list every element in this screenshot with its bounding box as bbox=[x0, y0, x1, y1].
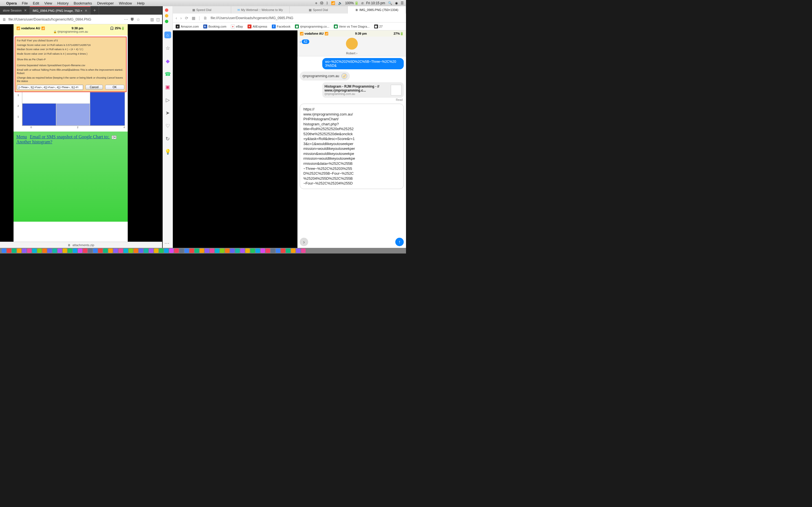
dock-app-icon[interactable] bbox=[230, 248, 235, 253]
dock-app-icon[interactable] bbox=[205, 248, 209, 253]
dock-app-icon[interactable] bbox=[245, 248, 250, 253]
grid-icon[interactable]: ▦ bbox=[192, 16, 195, 20]
volume-icon[interactable]: 🔈 bbox=[338, 1, 342, 5]
reload-button[interactable]: ⟳ bbox=[185, 16, 188, 20]
battery-status[interactable]: 100% 🔋 bbox=[345, 1, 359, 5]
control-icon[interactable]: ⎚ bbox=[361, 1, 363, 5]
close-window-button[interactable] bbox=[165, 8, 168, 12]
dock-app-icon[interactable] bbox=[78, 248, 82, 253]
dock-app-icon[interactable] bbox=[164, 248, 168, 253]
contact-name[interactable]: Robert › bbox=[346, 52, 357, 55]
dock-app-icon[interactable] bbox=[129, 248, 133, 253]
attach-button[interactable]: › bbox=[300, 238, 308, 246]
dock-app-icon[interactable] bbox=[42, 248, 47, 253]
prompt-input[interactable] bbox=[17, 85, 83, 90]
dock-app-icon[interactable] bbox=[98, 248, 103, 253]
bookmark-facebook[interactable]: fFacebook bbox=[272, 24, 290, 29]
messenger-icon[interactable]: ◆ bbox=[166, 58, 170, 64]
dock-app-icon[interactable] bbox=[250, 248, 255, 253]
back-button[interactable]: ‹ bbox=[175, 16, 177, 20]
dock-app-icon[interactable] bbox=[225, 248, 230, 253]
bookmark-ebay[interactable]: eeBay bbox=[231, 24, 243, 29]
star-icon[interactable]: ☆ bbox=[165, 45, 170, 51]
bookmark-amazon[interactable]: aAmazon.com bbox=[175, 24, 199, 29]
dock-app-icon[interactable] bbox=[266, 248, 270, 253]
bookmark-icon[interactable]: ☆ bbox=[137, 17, 140, 22]
siri-icon[interactable]: ◉ bbox=[395, 1, 398, 5]
forward-button[interactable]: › bbox=[181, 16, 182, 20]
dock-app-icon[interactable] bbox=[240, 248, 245, 253]
outgoing-message[interactable]: wo~%2C%202%5D%2C%5B~Three~%2C%203%5D& bbox=[322, 58, 404, 69]
dock-app-icon[interactable] bbox=[281, 248, 285, 253]
dock-app-icon[interactable] bbox=[37, 248, 42, 253]
dock-app-icon[interactable] bbox=[276, 248, 280, 253]
dock-app-icon[interactable] bbox=[2, 248, 6, 253]
cancel-button[interactable]: Cancel bbox=[86, 85, 103, 90]
whatsapp-icon[interactable]: ☎ bbox=[165, 71, 171, 77]
dock-app-icon[interactable] bbox=[47, 248, 52, 253]
menu-window[interactable]: Window bbox=[119, 1, 132, 5]
back-button[interactable]: ‹42 bbox=[300, 40, 309, 44]
tab-webmail[interactable]: ✉My Webmail :: Welcome to My bbox=[231, 6, 290, 13]
dock-app-icon[interactable] bbox=[57, 248, 62, 253]
dock-app-icon[interactable] bbox=[220, 248, 224, 253]
dock-app-icon[interactable] bbox=[260, 248, 265, 253]
dock-app-icon[interactable] bbox=[27, 248, 32, 253]
download-filename[interactable]: attachments.zip bbox=[72, 243, 94, 247]
tab-speed-dial[interactable]: ▦Speed Dial bbox=[173, 6, 231, 13]
dock-app-icon[interactable] bbox=[113, 248, 118, 253]
menu-link[interactable]: Menu bbox=[16, 134, 27, 139]
dock-app-icon[interactable] bbox=[68, 248, 72, 253]
ok-button[interactable]: OK bbox=[105, 85, 124, 90]
bookmark-venn[interactable]: ▦Venn vs Tree Diagra... bbox=[334, 24, 370, 29]
instagram-icon[interactable]: ▣ bbox=[165, 84, 170, 90]
dock-app-icon[interactable] bbox=[255, 248, 260, 253]
dock-app-icon[interactable] bbox=[52, 248, 57, 253]
dock-app-icon[interactable] bbox=[83, 248, 87, 253]
bookmark-more[interactable]: ▦27 bbox=[374, 24, 383, 29]
dock-app-icon[interactable] bbox=[210, 248, 214, 253]
dock-app-icon[interactable] bbox=[73, 248, 77, 253]
bluetooth-icon[interactable]: ᛒ bbox=[326, 1, 328, 5]
snapshot-icon[interactable]: ◫ bbox=[156, 17, 160, 22]
dock-app-icon[interactable] bbox=[88, 248, 93, 253]
bulb-icon[interactable]: 💡 bbox=[165, 149, 171, 155]
dock-app-icon[interactable] bbox=[291, 248, 296, 253]
dock-app-icon[interactable] bbox=[286, 248, 290, 253]
new-tab-button[interactable]: + bbox=[91, 6, 99, 15]
dock-app-icon[interactable] bbox=[301, 248, 306, 253]
dock-app-icon[interactable] bbox=[179, 248, 184, 253]
play-icon[interactable]: ▷ bbox=[166, 97, 170, 103]
avatar[interactable] bbox=[346, 38, 358, 50]
zoom-window-button[interactable] bbox=[165, 20, 168, 23]
email-link[interactable]: Email or SMS snapshot of Google Chart to… bbox=[30, 134, 110, 139]
url-field[interactable]: file:///Users/user/Downloads/hcgeneric/I… bbox=[211, 16, 293, 20]
clock[interactable]: Fri 10:15 pm bbox=[366, 1, 385, 5]
dock-app-icon[interactable] bbox=[17, 248, 21, 253]
home-icon[interactable]: ⌂ bbox=[164, 32, 171, 38]
dock-app-icon[interactable] bbox=[108, 248, 113, 253]
tab-restore-session[interactable]: store Session ✕ bbox=[0, 6, 30, 15]
dock-app-icon[interactable] bbox=[7, 248, 11, 253]
another-link[interactable]: Another histogram? bbox=[16, 139, 52, 144]
send-icon[interactable]: ➤ bbox=[165, 110, 170, 116]
dock-app-icon[interactable] bbox=[159, 248, 163, 253]
incoming-message[interactable]: https:// www.rjmprogramming.com.au/ PHP/… bbox=[300, 104, 404, 189]
close-icon[interactable]: ✕ bbox=[24, 8, 27, 12]
link-row[interactable]: rjmprogramming.com.au 🧭 bbox=[300, 71, 350, 80]
menu-file[interactable]: File bbox=[22, 1, 28, 5]
bookmark-rjm[interactable]: ▦rjmprogramming.co... bbox=[295, 24, 329, 29]
tab-speed-dial-2[interactable]: ▦Speed Dial bbox=[290, 6, 348, 13]
sidebar-icon[interactable]: ▥ bbox=[150, 17, 154, 22]
dock-app-icon[interactable] bbox=[93, 248, 98, 253]
dock-app-icon[interactable] bbox=[144, 248, 148, 253]
dock-app-icon[interactable] bbox=[271, 248, 275, 253]
dock-app-icon[interactable] bbox=[215, 248, 219, 253]
dock-app-icon[interactable] bbox=[200, 248, 204, 253]
dock-app-icon[interactable] bbox=[296, 248, 301, 253]
dock-app-icon[interactable] bbox=[190, 248, 194, 253]
dock-app-icon[interactable] bbox=[169, 248, 174, 253]
status-icon[interactable]: Ⓜ bbox=[320, 1, 323, 6]
menu-edit[interactable]: Edit bbox=[33, 1, 39, 5]
tab-img0984[interactable]: IMG_0984.PNG (PNG Image, 750 × ✕ bbox=[30, 6, 91, 15]
